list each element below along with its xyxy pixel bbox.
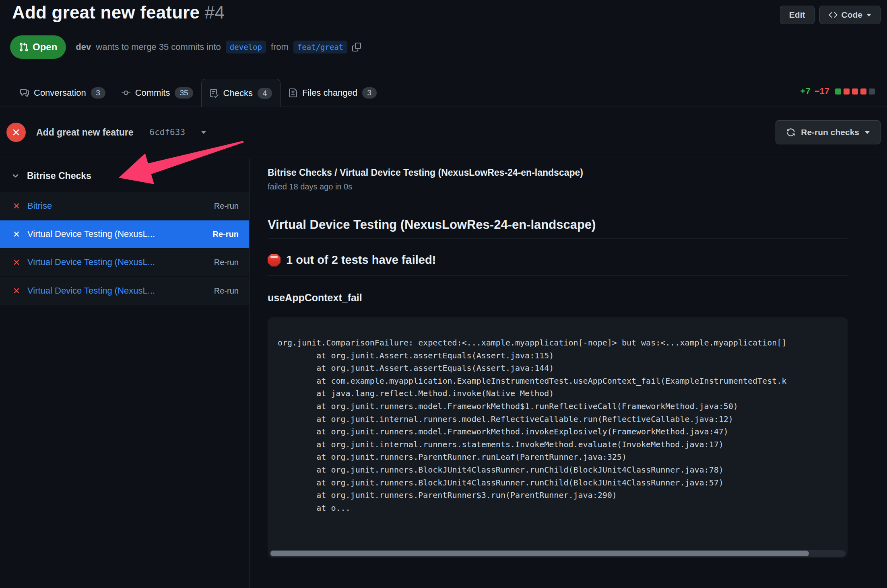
from-text: from — [271, 42, 289, 52]
check-row-virtual-device-testing-selected[interactable]: Virtual Device Testing (NexusL... Re-run — [0, 220, 249, 249]
check-name[interactable]: Virtual Device Testing (NexusL... — [27, 286, 208, 296]
check-status-line: failed 18 days ago in 0s — [268, 182, 848, 191]
header-actions: Edit Code — [780, 6, 881, 24]
chevron-down-icon — [865, 131, 870, 134]
chevron-down-icon — [11, 172, 20, 180]
check-row-virtual-device-testing[interactable]: Virtual Device Testing (NexusL... Re-run — [0, 277, 249, 305]
rerun-checks-button[interactable]: Re-run checks — [776, 120, 881, 144]
tab-files-changed[interactable]: Files changed 3 — [281, 79, 385, 107]
tab-counter: 3 — [91, 87, 105, 99]
chevron-down-icon — [866, 14, 871, 16]
stop-sign-icon — [268, 254, 281, 267]
pr-title-text: Add great new feature — [12, 2, 200, 22]
checks-sidebar: Bitrise Checks Bitrise Re-run Virtual De… — [0, 158, 250, 588]
stack-trace: org.junit.ComparisonFailure: expected:<.… — [268, 317, 848, 514]
rerun-checks-label: Re-run checks — [801, 127, 859, 137]
code-button-label: Code — [842, 10, 863, 20]
tab-label: Files changed — [302, 88, 357, 98]
stack-trace-block: org.junit.ComparisonFailure: expected:<.… — [268, 317, 848, 558]
diffstat-square-green — [835, 88, 841, 95]
state-row: Open dev wants to merge 35 commits into … — [10, 35, 361, 59]
check-list: Bitrise Re-run Virtual Device Testing (N… — [0, 192, 249, 305]
file-diff-icon — [289, 88, 297, 97]
check-name[interactable]: Virtual Device Testing (NexusL... — [27, 257, 208, 267]
diffstat-square-red — [844, 88, 850, 95]
page-title: Add great new feature #4 — [12, 2, 225, 23]
checks-body: Bitrise Checks Bitrise Re-run Virtual De… — [0, 158, 887, 588]
git-pull-request-icon — [19, 42, 29, 52]
x-icon — [12, 201, 21, 210]
commit-sha[interactable]: 6cdf633 — [150, 127, 186, 137]
x-icon — [12, 230, 21, 238]
code-button[interactable]: Code — [819, 6, 881, 24]
x-icon — [11, 127, 21, 138]
author-login[interactable]: dev — [76, 42, 91, 52]
check-row-bitrise[interactable]: Bitrise Re-run — [0, 192, 249, 220]
diffstat-square-red — [852, 88, 858, 95]
divider — [268, 202, 848, 202]
horizontal-scrollbar-thumb[interactable] — [270, 551, 809, 556]
check-row-virtual-device-testing[interactable]: Virtual Device Testing (NexusL... Re-run — [0, 249, 249, 277]
check-rerun-link[interactable]: Re-run — [214, 258, 239, 267]
diff-additions: +7 — [800, 86, 811, 97]
head-branch-label[interactable]: feat/great — [293, 41, 347, 53]
diffstat-square-neutral — [869, 88, 875, 95]
copy-branch-button[interactable] — [352, 43, 361, 51]
check-rerun-link[interactable]: Re-run — [214, 286, 239, 296]
diff-deletions: −17 — [815, 86, 829, 97]
code-icon — [829, 10, 837, 19]
sync-icon — [786, 128, 795, 137]
commit-title: Add great new feature — [36, 127, 134, 138]
tab-checks[interactable]: Checks 4 — [201, 79, 281, 107]
commit-selector-chevron-icon[interactable] — [201, 131, 206, 134]
horizontal-scrollbar-track[interactable] — [270, 550, 846, 557]
pr-header: Add great new feature #4 Edit Code Open … — [0, 0, 887, 107]
x-icon — [12, 258, 21, 267]
tab-label: Commits — [135, 88, 170, 98]
check-rerun-link[interactable]: Re-run — [214, 201, 239, 211]
tab-counter: 4 — [258, 88, 272, 99]
copy-icon — [352, 43, 361, 51]
tab-counter: 35 — [175, 87, 193, 99]
git-commit-icon — [122, 88, 130, 97]
edit-button-label: Edit — [789, 10, 805, 20]
tab-counter: 3 — [362, 87, 377, 99]
title-row: Add great new feature #4 Edit Code — [12, 2, 881, 24]
check-heading: Virtual Device Testing (NexusLowRes-24-e… — [268, 218, 848, 239]
test-summary: 1 out of 2 tests have failed! — [268, 253, 848, 276]
pr-checks-page: Add great new feature #4 Edit Code Open … — [0, 0, 887, 588]
comment-discussion-icon — [20, 88, 29, 97]
diffstat: +7 −17 — [800, 86, 875, 97]
pr-number: #4 — [205, 2, 225, 22]
edit-button[interactable]: Edit — [780, 6, 815, 24]
failed-test-name: useAppContext_fail — [268, 292, 848, 304]
check-detail-panel: Bitrise Checks / Virtual Device Testing … — [250, 158, 887, 588]
base-branch-label[interactable]: develop — [226, 41, 266, 53]
check-name[interactable]: Virtual Device Testing (NexusL... — [27, 229, 206, 239]
check-rerun-link[interactable]: Re-run — [213, 230, 239, 239]
test-summary-text: 1 out of 2 tests have failed! — [286, 253, 436, 267]
tab-label: Conversation — [34, 88, 86, 98]
tab-conversation[interactable]: Conversation 3 — [12, 79, 113, 107]
merge-text: wants to merge 35 commits into — [96, 42, 221, 52]
merge-sentence: dev wants to merge 35 commits into devel… — [76, 41, 361, 53]
x-icon — [12, 286, 21, 295]
commit-info: Add great new feature 6cdf633 — [6, 123, 206, 142]
check-name[interactable]: Bitrise — [27, 201, 208, 211]
pr-tab-bar: Conversation 3 Commits 35 Checks 4 Files… — [0, 79, 887, 107]
pr-state-badge: Open — [10, 35, 66, 59]
check-breadcrumb: Bitrise Checks / Virtual Device Testing … — [268, 167, 848, 178]
commit-bar: Add great new feature 6cdf633 Re-run che… — [0, 107, 887, 158]
tab-label: Checks — [223, 88, 253, 99]
state-badge-label: Open — [33, 41, 57, 53]
tab-commits[interactable]: Commits 35 — [113, 79, 201, 107]
commit-failed-status-icon — [6, 123, 26, 142]
check-group-header[interactable]: Bitrise Checks — [0, 158, 249, 192]
check-group-label: Bitrise Checks — [27, 171, 91, 181]
checklist-icon — [210, 89, 219, 98]
diffstat-square-red — [860, 88, 866, 95]
